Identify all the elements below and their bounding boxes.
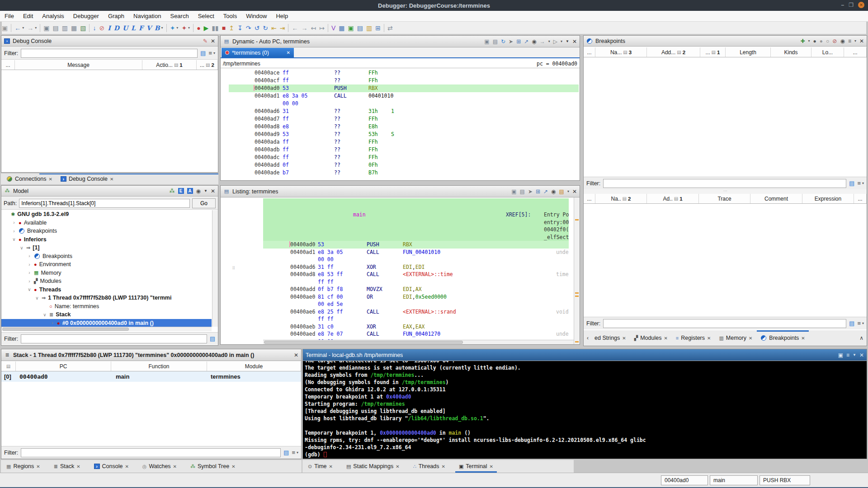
clear-with-options-icon[interactable]: ⊘ xyxy=(99,25,104,31)
close-window-icon[interactable]: ✕ xyxy=(858,2,864,8)
disasm-row[interactable]: 00400ad8e8??E8h xyxy=(221,123,579,131)
dynamic-disassembly[interactable]: 00400aceff??FFh00400acfff??FFh00400ad053… xyxy=(221,69,580,180)
record-target-icon[interactable]: ● xyxy=(197,25,200,31)
close-tab-icon[interactable]: ✕ xyxy=(49,177,52,182)
track-location-icon[interactable]: ⊞ xyxy=(536,189,540,194)
tree-item[interactable]: ∨≣Stack xyxy=(1,310,212,319)
follow-dropdown-icon[interactable]: ▾ xyxy=(561,40,562,43)
close-icon[interactable]: ✕ xyxy=(294,352,298,358)
snapshot-camera-icon[interactable]: ◉ xyxy=(840,38,844,44)
tree-item[interactable]: ○Name: termmines xyxy=(1,302,212,311)
disasm-row[interactable]: 00400acfff??FFh xyxy=(221,77,579,84)
disasm-row[interactable]: 00400adeb7??B7h xyxy=(221,169,579,177)
add-breakpoint-icon[interactable]: ✚ xyxy=(801,38,805,44)
close-tab-icon[interactable]: ✕ xyxy=(173,464,177,469)
model-vscrollbar[interactable] xyxy=(212,210,218,327)
column-header-comment[interactable]: Comment xyxy=(750,194,802,203)
disasm-row[interactable]: 00400add0f??0Fh xyxy=(221,161,579,169)
listing-row[interactable]: 00400add0f b7 f8MOVZXEDI,AX xyxy=(221,286,573,293)
tab-console[interactable]: ›Console✕ xyxy=(90,460,132,473)
listing-row[interactable]: 00400ad631 ffXOREDI,EDI xyxy=(221,263,573,271)
column-filter-icon[interactable]: ≡ xyxy=(208,50,212,56)
listing-row[interactable]: 00400ad053PUSHRBX xyxy=(263,241,569,249)
expander-icon[interactable]: › xyxy=(27,253,32,258)
letter-f-icon[interactable]: F xyxy=(139,25,143,31)
filter-options-icon[interactable]: ▤ xyxy=(849,320,854,327)
tab-threads[interactable]: ∴Threads✕ xyxy=(410,460,449,473)
save-icon[interactable]: ▣ xyxy=(2,25,8,31)
enable-all-icon[interactable]: ● xyxy=(813,38,816,44)
stack-row[interactable]: [0] 00400ad0 main termmines xyxy=(1,371,301,382)
patch-icon[interactable]: ▥ xyxy=(62,25,68,31)
expander-icon[interactable]: › xyxy=(50,320,55,325)
locations-filter-input[interactable] xyxy=(603,319,846,328)
disasm-row[interactable]: 00400adcff??FFh xyxy=(221,154,579,161)
snapshot-camera-icon[interactable]: ◉ xyxy=(196,188,201,194)
expand-a-button[interactable]: A xyxy=(187,188,193,194)
close-icon[interactable]: ✕ xyxy=(572,189,577,194)
prev-diff-icon[interactable]: ↤ xyxy=(311,25,316,31)
minimize-icon[interactable]: – xyxy=(841,2,844,8)
snapshot-camera-icon[interactable]: ◉ xyxy=(551,189,556,194)
paste-icon[interactable]: ▤ xyxy=(520,189,525,194)
tree-item[interactable]: ›Breakpoints xyxy=(1,227,212,235)
expander-icon[interactable]: ∨ xyxy=(35,296,39,300)
options-dropdown-icon[interactable]: ▾ xyxy=(854,39,856,43)
dropdown-icon[interactable]: ▼ xyxy=(204,189,208,193)
interrupt-icon[interactable]: ▮▮ xyxy=(212,25,218,31)
tab-breakpoints[interactable]: Breakpoints✕ xyxy=(757,330,808,346)
stack-filter-input[interactable] xyxy=(21,448,281,457)
go-button[interactable]: Go xyxy=(192,198,216,208)
disasm-row[interactable]: 00400adaff??FFh xyxy=(221,138,579,146)
expander-icon[interactable]: ∨ xyxy=(27,287,32,292)
emulate-back-icon[interactable]: ⇤ xyxy=(271,25,277,31)
collapse-tabs-icon[interactable]: ∧ xyxy=(858,335,865,341)
disasm-row[interactable]: 00400ad1e8 3a 05CALL00401010 xyxy=(221,92,579,100)
tab-debug-console[interactable]: ›Debug Console✕ xyxy=(57,174,118,184)
column-header-module[interactable]: Module xyxy=(207,361,301,371)
export-program-icon[interactable]: ▧ xyxy=(80,25,86,31)
disconnect-icon[interactable]: ↥ xyxy=(229,25,234,31)
filter-options-icon[interactable]: ▤ xyxy=(849,180,854,187)
clear-all-icon[interactable]: ○ xyxy=(826,38,829,44)
expander-icon[interactable]: › xyxy=(27,279,32,284)
filter-options-icon[interactable]: ▤ xyxy=(200,50,206,56)
table-options-icon[interactable]: ≡ xyxy=(848,38,851,44)
breakpoint-locations-body[interactable] xyxy=(584,204,867,317)
column-header-pc[interactable]: PC xyxy=(16,361,111,371)
close-icon[interactable]: ✕ xyxy=(859,38,864,44)
tree-diagram-icon[interactable]: ⁂ xyxy=(170,188,175,194)
close-tab-icon[interactable]: ✕ xyxy=(442,464,445,469)
disasm-row[interactable]: 00400ad953??53hS xyxy=(221,131,579,138)
stack-header[interactable]: ≣ Stack - 1 Thread 0x7ffff7f52b80 (LWP 1… xyxy=(1,349,301,361)
version-diff-icon[interactable]: V xyxy=(331,25,335,31)
tab-modules[interactable]: ▞Modules✕ xyxy=(631,330,671,346)
letter-l-icon[interactable]: L xyxy=(131,25,136,31)
listing-row[interactable]: 00 ed 5e xyxy=(221,300,573,308)
filter-dropdown-icon[interactable]: ▾ xyxy=(862,321,864,325)
column-header-ad[interactable]: Ad..▤1 xyxy=(647,194,699,203)
step-last-icon[interactable]: ↻ xyxy=(263,25,268,31)
close-tab-icon[interactable]: ✕ xyxy=(36,464,40,469)
expander-icon[interactable]: › xyxy=(12,229,16,234)
column-header-na[interactable]: Na..▤2 xyxy=(595,194,647,203)
goto-arrow-icon[interactable]: → xyxy=(540,39,545,44)
model-filter-input[interactable] xyxy=(21,334,207,343)
back-dropdown-icon[interactable]: ▾ xyxy=(22,26,24,30)
step-out-icon[interactable]: ↺ xyxy=(254,25,259,31)
tree-item[interactable]: ∨⇒[1] xyxy=(1,244,212,252)
breakpoints-filter-input[interactable] xyxy=(603,179,846,188)
follow-icon[interactable]: ▷ xyxy=(553,39,557,44)
trace-tab-termmines[interactable]: *termmines (0) ✕ xyxy=(222,48,294,57)
copy-icon[interactable]: ▣ xyxy=(511,189,516,194)
filter-options-icon[interactable]: ▤ xyxy=(283,449,289,456)
menu-graph[interactable]: Graph xyxy=(104,11,129,21)
debug-console-body[interactable] xyxy=(1,70,218,172)
menu-file[interactable]: File xyxy=(0,11,19,21)
close-icon[interactable]: ✕ xyxy=(211,38,215,44)
data-type-icon[interactable]: ✦ xyxy=(181,25,187,31)
eraser-icon[interactable]: ✎ xyxy=(203,38,208,44)
back-icon[interactable]: ← xyxy=(14,25,21,31)
column-header-na[interactable]: Na...▤3 xyxy=(595,47,647,57)
byte-viewer-icon[interactable]: ▥ xyxy=(366,25,372,31)
